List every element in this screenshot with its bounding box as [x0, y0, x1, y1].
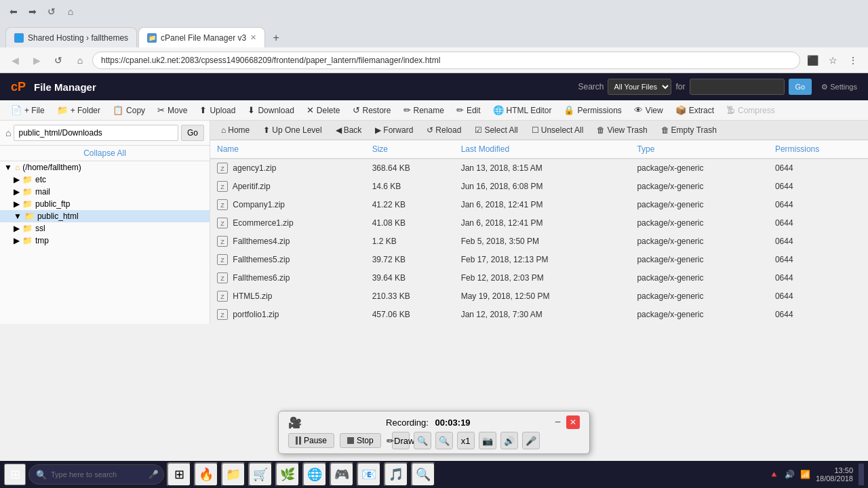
view-trash-button[interactable]: 🗑 View Trash: [591, 123, 652, 137]
table-row[interactable]: Z Aperitif.zip 14.6 KB Jun 16, 2018, 6:0…: [210, 178, 868, 196]
settings-link[interactable]: ⚙ Settings: [821, 83, 857, 92]
taskbar-search[interactable]: 🔍 🎤: [28, 464, 164, 485]
table-row[interactable]: Z HTML5.zip 210.33 KB May 19, 2018, 12:5…: [210, 287, 868, 306]
folder-button[interactable]: 📁 + Folder: [52, 103, 106, 117]
extensions-button[interactable]: ⬛: [803, 51, 822, 70]
table-row[interactable]: Z Fallthemes4.zip 1.2 KB Feb 5, 2018, 3:…: [210, 232, 868, 251]
back-action-button[interactable]: ◀ Back: [330, 123, 368, 137]
recording-minimize-button[interactable]: −: [555, 416, 561, 428]
taskbar-app-10[interactable]: 🔍: [411, 462, 435, 487]
bookmark-button[interactable]: ☆: [823, 51, 842, 70]
taskbar-search-input[interactable]: [51, 470, 144, 479]
tree-item-etc[interactable]: ▶ 📁 etc: [0, 174, 210, 186]
rec-camera-button[interactable]: 📷: [479, 432, 496, 449]
rec-audio-button[interactable]: 🔊: [500, 432, 518, 449]
move-button[interactable]: ✂ Move: [152, 103, 193, 117]
tree-item-mail[interactable]: ▶ 📁 mail: [0, 186, 210, 198]
taskbar-app-5[interactable]: 🌿: [275, 462, 300, 487]
tree-item-public-ftp[interactable]: ▶ 📁 public_ftp: [0, 198, 210, 210]
col-header-name[interactable]: Name: [210, 140, 366, 159]
edit-button[interactable]: ✏ Edit: [451, 103, 486, 117]
taskbar-app-2[interactable]: 🔥: [194, 462, 218, 487]
table-row[interactable]: Z Ecommerce1.zip 41.08 KB Jan 6, 2018, 1…: [210, 214, 868, 232]
url-bar[interactable]: [92, 52, 800, 69]
reload-button[interactable]: ↺: [49, 51, 68, 70]
html-editor-button[interactable]: 🌐 HTML Editor: [488, 103, 557, 117]
recording-close-button[interactable]: ✕: [566, 415, 580, 429]
rec-mic-button[interactable]: 🎤: [522, 432, 540, 449]
forward-action-button[interactable]: ▶ Forward: [370, 123, 418, 137]
home-action-button[interactable]: ⌂ Home: [216, 123, 255, 137]
rename-button[interactable]: ✏ Rename: [398, 103, 450, 117]
table-row[interactable]: Z portfolio1.zip 457.06 KB Jan 12, 2018,…: [210, 306, 868, 324]
delete-icon: ✕: [307, 105, 314, 115]
taskbar-app-6[interactable]: 🌐: [302, 462, 327, 487]
permissions-button[interactable]: 🔒 Permissions: [558, 103, 627, 117]
table-row[interactable]: Z Fallthemes6.zip 39.64 KB Feb 12, 2018,…: [210, 269, 868, 287]
forward-button[interactable]: ▶: [27, 51, 46, 70]
restore-button[interactable]: ↺ Restore: [347, 103, 397, 117]
table-row[interactable]: Z Company1.zip 41.22 KB Jan 6, 2018, 12:…: [210, 196, 868, 214]
collapse-all-button[interactable]: Collapse All: [0, 146, 210, 161]
tab-file-manager[interactable]: 📁 cPanel File Manager v3 ✕: [138, 27, 265, 47]
nav-back-browser[interactable]: ⬅: [5, 3, 22, 20]
up-one-level-button[interactable]: ⬆ Up One Level: [258, 123, 327, 137]
extract-button[interactable]: 📦 Extract: [670, 103, 719, 117]
empty-trash-icon: 🗑: [661, 125, 669, 135]
tab-close-2[interactable]: ✕: [250, 33, 256, 42]
view-button[interactable]: 👁 View: [629, 103, 669, 117]
start-button[interactable]: ⊞: [4, 464, 26, 485]
download-button[interactable]: ⬇ Download: [242, 103, 299, 117]
browser-menu[interactable]: ⋮: [844, 51, 863, 70]
tree-item-tmp[interactable]: ▶ 📁 tmp: [0, 235, 210, 247]
nav-home-browser[interactable]: ⌂: [62, 3, 79, 20]
tree-item-public-html[interactable]: ▼ 📁 public_html: [0, 210, 210, 222]
table-row[interactable]: Z Fallthemes5.zip 39.72 KB Feb 17, 2018,…: [210, 251, 868, 269]
home-button[interactable]: ⌂: [71, 51, 90, 70]
col-header-permissions[interactable]: Permissions: [768, 140, 868, 159]
sidebar-go-button[interactable]: Go: [181, 125, 204, 141]
back-button[interactable]: ◀: [5, 51, 24, 70]
copy-button[interactable]: 📋 Copy: [107, 103, 151, 117]
draw-button[interactable]: ✏ Draw: [392, 432, 410, 449]
tree-item-ssl[interactable]: ▶ 📁 ssl: [0, 222, 210, 235]
forward-action-icon: ▶: [375, 125, 381, 135]
taskbar-show-desktop[interactable]: [859, 464, 864, 485]
zoom-out-button[interactable]: 🔍: [435, 432, 453, 449]
stop-button[interactable]: Stop: [340, 433, 381, 448]
col-header-size[interactable]: Size: [366, 140, 454, 159]
empty-trash-button[interactable]: 🗑 Empty Trash: [656, 123, 722, 137]
zoom-level-button[interactable]: x1: [457, 432, 475, 449]
tab-shared-hosting[interactable]: 🌐 Shared Hosting › fallthemes: [5, 27, 137, 47]
reload-action-button[interactable]: ↺ Reload: [421, 123, 467, 137]
compress-button[interactable]: 🗜 Compress: [721, 103, 781, 117]
col-header-modified[interactable]: Last Modified: [454, 140, 631, 159]
upload-button[interactable]: ⬆ Upload: [194, 103, 241, 117]
search-go-button[interactable]: Go: [789, 79, 812, 95]
col-header-type[interactable]: Type: [630, 140, 768, 159]
sidebar-path-input[interactable]: [14, 125, 178, 141]
taskbar-app-3[interactable]: 📁: [221, 462, 245, 487]
file-button[interactable]: 📄 + File: [5, 103, 50, 117]
taskbar-app-1[interactable]: ⊞: [167, 462, 191, 487]
file-size-cell: 457.06 KB: [366, 306, 454, 324]
table-row[interactable]: Z agency1.zip 368.64 KB Jan 13, 2018, 8:…: [210, 159, 868, 178]
search-input[interactable]: [690, 79, 785, 95]
tree-item-root[interactable]: ▼ ⌂ (/home/fallthem): [0, 161, 210, 174]
taskbar-app-9[interactable]: 🎵: [384, 462, 408, 487]
unselect-all-button[interactable]: ☐ Unselect All: [526, 123, 589, 137]
pause-button[interactable]: Pause: [288, 433, 334, 448]
taskbar-app-7[interactable]: 🎮: [330, 462, 354, 487]
taskbar-app-4[interactable]: 🛒: [248, 462, 273, 487]
zip-file-icon: Z: [217, 181, 228, 192]
delete-button[interactable]: ✕ Delete: [301, 103, 346, 117]
zoom-in-button[interactable]: 🔍: [414, 432, 431, 449]
tree-expand-icon-mail: ▶: [14, 187, 20, 197]
taskbar-app-8[interactable]: 📧: [357, 462, 381, 487]
new-tab-button[interactable]: +: [267, 28, 285, 47]
nav-forward-browser[interactable]: ➡: [24, 3, 41, 20]
select-all-button[interactable]: ☑ Select All: [469, 123, 523, 137]
nav-reload-browser[interactable]: ↺: [43, 3, 60, 20]
sidebar-home-icon[interactable]: ⌂: [5, 127, 11, 138]
search-scope-select[interactable]: All Your Files: [608, 79, 671, 95]
